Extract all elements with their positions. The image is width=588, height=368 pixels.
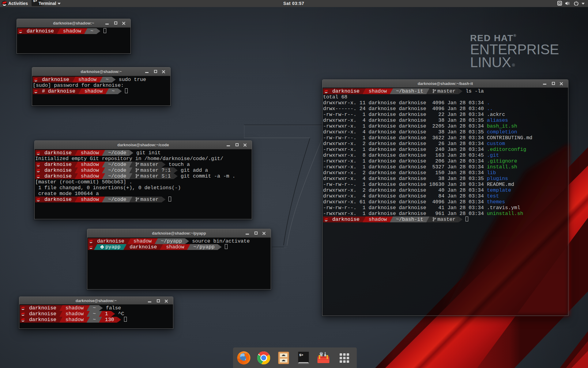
svg-text:$>: $> bbox=[299, 353, 303, 357]
